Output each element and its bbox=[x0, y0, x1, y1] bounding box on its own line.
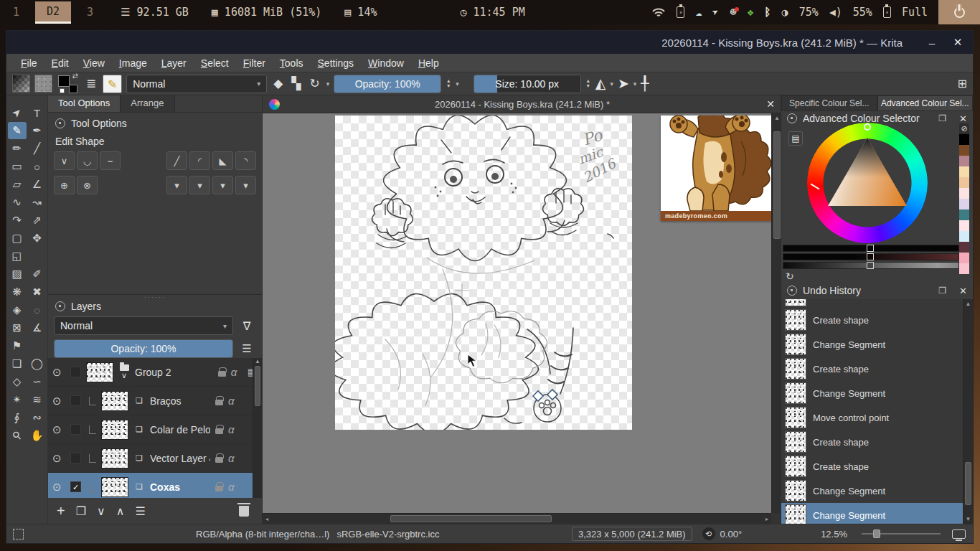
tool-contiguous-select-icon[interactable]: ✴ bbox=[8, 391, 27, 408]
volume-icon[interactable]: ◀) bbox=[829, 7, 842, 18]
cloud-icon[interactable]: ☁ bbox=[695, 7, 702, 18]
undo-row[interactable]: Create shape bbox=[781, 357, 963, 381]
delete-layer-button[interactable] bbox=[239, 506, 249, 517]
workspace-3[interactable]: 3 bbox=[78, 6, 102, 19]
menu-image[interactable]: Image bbox=[112, 57, 154, 69]
segment-edit-button-1[interactable]: ▾ bbox=[189, 176, 210, 194]
tool-assistants-icon[interactable]: ⊠ bbox=[8, 319, 27, 336]
segment-type-button-2[interactable]: ◣ bbox=[212, 151, 233, 170]
layer-checkbox[interactable]: ✓ bbox=[70, 481, 81, 492]
swap-colors-icon[interactable]: ⇄ bbox=[72, 72, 78, 80]
wifi-icon[interactable] bbox=[651, 6, 666, 18]
segment-type-button-0[interactable]: ╱ bbox=[166, 151, 187, 170]
group-collapse-icon[interactable]: ∨ bbox=[121, 372, 127, 380]
layer-checkbox[interactable] bbox=[70, 453, 81, 463]
history-swatch-7[interactable] bbox=[959, 209, 969, 220]
color-docker-lock-icon[interactable] bbox=[787, 113, 797, 123]
canvas-dimensions[interactable]: 3,323 x 5,000 (241.2 MiB) bbox=[572, 527, 692, 541]
layer-thumbnail[interactable] bbox=[101, 477, 128, 497]
segment-edit-button-2[interactable]: ▾ bbox=[212, 176, 233, 194]
layer-thumbnail[interactable] bbox=[86, 362, 113, 382]
tool-dynamic-brush-icon[interactable]: ↷ bbox=[8, 212, 27, 229]
point-type-button-0[interactable]: ∨ bbox=[54, 151, 75, 170]
scroll-right-icon[interactable]: ▸ bbox=[763, 516, 771, 522]
discord-icon[interactable]: ☻ bbox=[730, 7, 737, 18]
zoom-slider-handle[interactable] bbox=[873, 529, 880, 538]
tool-bezier-select-icon[interactable]: ∮ bbox=[8, 409, 27, 426]
undo-scrollbar[interactable]: ▲ ▼ bbox=[963, 299, 973, 524]
tool-fill-icon[interactable]: ◈ bbox=[8, 301, 27, 319]
tool-polygon-select-icon[interactable]: ◇ bbox=[8, 373, 27, 390]
opacity-caret[interactable]: ▾ bbox=[456, 80, 459, 88]
menu-file[interactable]: File bbox=[14, 57, 44, 69]
menu-select[interactable]: Select bbox=[194, 57, 236, 69]
layer-thumbnail[interactable] bbox=[101, 420, 128, 440]
layers-lock-icon[interactable] bbox=[55, 301, 65, 311]
trim-icon[interactable]: ╀ bbox=[641, 75, 649, 92]
close-button[interactable]: ✕ bbox=[947, 36, 969, 49]
move-layer-down-button[interactable]: ∨ bbox=[97, 504, 105, 518]
canvas-only-mode-icon[interactable] bbox=[952, 529, 966, 539]
point-type-button-2[interactable]: ⌣ bbox=[100, 151, 121, 170]
tool-measure-icon[interactable]: ∡ bbox=[28, 319, 47, 336]
menu-tools[interactable]: Tools bbox=[273, 57, 311, 69]
tool-ellipse-icon[interactable]: ○ bbox=[28, 158, 47, 175]
layer-visibility-icon[interactable]: ⊙ bbox=[52, 423, 65, 436]
mirror-h-caret[interactable]: ▾ bbox=[610, 80, 613, 88]
history-swatch-11[interactable] bbox=[959, 253, 969, 263]
tool-ellipse-select-icon[interactable]: ◯ bbox=[28, 355, 47, 372]
tool-enclose-fill-icon[interactable]: ◌ bbox=[28, 301, 47, 319]
component-slider[interactable] bbox=[783, 245, 959, 252]
docker-lock-icon[interactable] bbox=[55, 118, 65, 128]
document-close-icon[interactable]: ✕ bbox=[766, 98, 775, 110]
undo-docker-lock-icon[interactable] bbox=[787, 286, 797, 296]
layer-checkbox[interactable] bbox=[70, 424, 81, 435]
component-slider[interactable] bbox=[783, 262, 959, 269]
tool-freehand-select-icon[interactable]: ∽ bbox=[28, 373, 47, 390]
point-type-button-1[interactable]: ◡ bbox=[77, 151, 98, 170]
no-color-swatch[interactable]: ⊘ bbox=[959, 123, 969, 134]
blending-mode-select[interactable]: Normal ▾ bbox=[126, 75, 267, 93]
float-docker-icon[interactable]: ❐ bbox=[938, 113, 946, 123]
mirror-horizontal-icon[interactable]: ◭ bbox=[595, 75, 606, 92]
zoom-slider[interactable] bbox=[862, 529, 941, 539]
layer-checkbox[interactable] bbox=[70, 367, 81, 377]
background-color[interactable] bbox=[69, 85, 77, 93]
menu-help[interactable]: Help bbox=[411, 57, 446, 69]
brush-preset-thumbnail[interactable]: ✎ bbox=[103, 75, 122, 93]
selector-settings-icon[interactable]: ▤ bbox=[788, 131, 803, 146]
tool-color-sampler-icon[interactable]: ✐ bbox=[28, 265, 47, 283]
canvas-viewport[interactable]: Po mic 2016 bbox=[263, 113, 771, 513]
history-swatch-10[interactable] bbox=[959, 242, 969, 253]
tool-edit-shapes-icon[interactable]: ✎ bbox=[8, 122, 27, 139]
workspace-D2[interactable]: D2 bbox=[35, 1, 71, 24]
layer-thumbnail[interactable] bbox=[101, 391, 128, 411]
reload-caret[interactable]: ▾ bbox=[326, 80, 330, 88]
tab-arrange[interactable]: Arrange bbox=[121, 95, 174, 112]
undo-row[interactable]: Change Segment bbox=[781, 479, 963, 503]
layer-checkbox[interactable] bbox=[70, 395, 81, 406]
menu-layer[interactable]: Layer bbox=[154, 57, 194, 69]
tool-similar-select-icon[interactable]: ≋ bbox=[28, 391, 47, 408]
size-slider[interactable]: Size: 10.00 px bbox=[473, 75, 581, 93]
history-swatch-6[interactable] bbox=[959, 199, 969, 209]
layer-blend-mode-select[interactable]: Normal ▾ bbox=[54, 316, 233, 335]
tool-select-shapes-icon[interactable]: ➤ bbox=[8, 104, 27, 121]
menu-edit[interactable]: Edit bbox=[44, 57, 76, 69]
layer-lock-icon[interactable] bbox=[215, 428, 223, 434]
tab-specific-colour-selector[interactable]: Specific Colour Sel... bbox=[781, 95, 877, 111]
undo-row[interactable]: Create shape bbox=[781, 308, 963, 332]
menu-view[interactable]: View bbox=[76, 57, 112, 69]
layer-alpha-icon[interactable]: α bbox=[228, 423, 240, 435]
history-swatch-8[interactable] bbox=[959, 220, 969, 231]
layer-lock-icon[interactable] bbox=[215, 400, 223, 405]
app-icon-green[interactable]: ❖ bbox=[748, 7, 754, 18]
history-swatch-2[interactable] bbox=[959, 156, 969, 166]
layer-lock-icon[interactable] bbox=[215, 457, 223, 463]
history-swatch-4[interactable] bbox=[959, 177, 969, 188]
move-layer-up-button[interactable]: ∧ bbox=[116, 504, 125, 518]
history-swatch-9[interactable] bbox=[959, 231, 969, 242]
menu-window[interactable]: Window bbox=[361, 57, 411, 69]
layer-opacity-slider[interactable]: Opacity: 100% bbox=[54, 339, 233, 358]
workspace-chooser-icon[interactable]: ⊞ bbox=[958, 77, 967, 90]
